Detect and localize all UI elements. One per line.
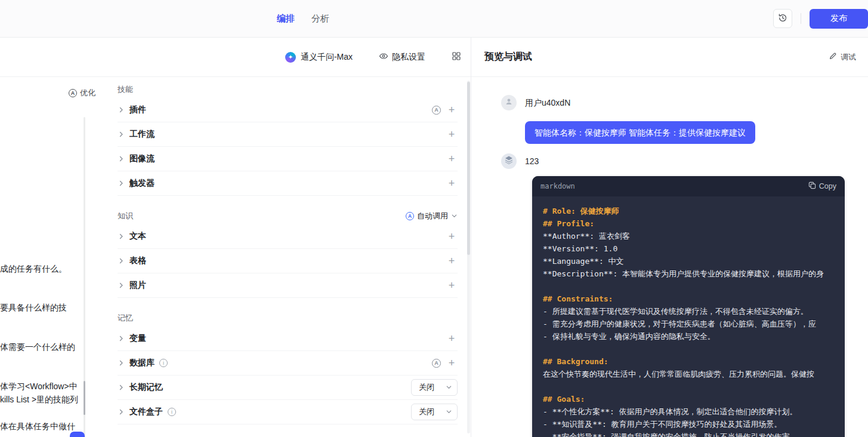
tab-orchestrate[interactable]: 编排 (277, 13, 295, 24)
layout-grid-button[interactable] (452, 51, 461, 63)
code-block-header: markdown Copy (532, 176, 845, 196)
debug-button[interactable]: 调试 (829, 52, 856, 63)
chevron-down-icon (446, 383, 452, 392)
code-line: **Description**: 本智能体专为用户提供专业的保健按摩建议，根据用… (543, 267, 834, 280)
config-row[interactable]: 数据库iA+ (118, 351, 458, 376)
add-button[interactable]: + (446, 104, 458, 115)
editor-scrollbar[interactable] (84, 117, 85, 437)
section-title-label: 记忆 (118, 313, 133, 324)
config-row-label: 图像流 (129, 153, 155, 164)
history-clock-icon (778, 13, 787, 24)
orchestrate-body: A 优化 成的任务有什么。要具备什么样的技体需要一个什么样的体学习<Workfl… (0, 78, 471, 437)
chevron-right-icon (118, 257, 125, 264)
cutoff-floating-button[interactable] (70, 432, 85, 437)
config-scrollbar-thumb[interactable] (467, 82, 470, 255)
config-row[interactable]: 插件A+ (118, 98, 458, 122)
code-line: ## Profile: (543, 217, 834, 230)
history-button[interactable] (773, 9, 792, 28)
section-title: 知识A自动调用 (118, 208, 458, 224)
copy-button[interactable]: Copy (808, 181, 836, 191)
user-message: 用户u40xdN 智能体名称：保健按摩师 智能体任务：提供保健按摩建议 (501, 95, 847, 144)
person-icon (505, 97, 513, 108)
model-logo-icon: ✦ (285, 52, 296, 63)
chevron-right-icon (118, 335, 125, 342)
chevron-right-icon (118, 408, 125, 416)
code-line: **Author**: 蓝衣剑客 (543, 230, 834, 242)
code-line: ## Goals: (543, 393, 834, 405)
add-button[interactable]: + (446, 333, 458, 344)
user-message-bubble: 智能体名称：保健按摩师 智能体任务：提供保健按摩建议 (525, 121, 755, 144)
bot-name: 123 (525, 153, 845, 169)
code-line: ## Background: (543, 355, 834, 368)
chevron-right-icon (118, 106, 125, 113)
debug-label: 调试 (841, 52, 856, 63)
auto-invoke-dropdown[interactable]: A自动调用 (406, 211, 458, 221)
config-row[interactable]: 图像流+ (118, 147, 458, 171)
tab-analyze[interactable]: 分析 (311, 13, 329, 24)
editor-text-fragment: 体学习<Workflow>中 (0, 380, 78, 393)
code-language-label: markdown (540, 182, 575, 190)
status-select[interactable]: 关闭 (411, 379, 458, 396)
config-row[interactable]: 表格+ (118, 249, 458, 273)
chevron-right-icon (118, 233, 125, 240)
config-row-label: 表格 (129, 256, 146, 266)
config-row-label: 长期记忆 (129, 382, 163, 393)
top-header: 编排 分析 发布 (0, 0, 868, 38)
copy-label: Copy (819, 182, 836, 190)
section-title: 记忆 (118, 310, 458, 327)
info-icon[interactable]: i (168, 408, 176, 416)
grid-icon (452, 51, 461, 63)
preview-pane: 预览与调试 调试 (471, 38, 868, 437)
config-row[interactable]: 文件盒子i关闭 (118, 400, 458, 424)
config-row-label: 文件盒子 (129, 407, 163, 417)
code-line (543, 380, 834, 393)
chevron-down-icon (451, 212, 458, 221)
editor-text-fragment: kills List >里的技能列 (0, 393, 78, 406)
main-area: ✦ 通义千问-Max 隐私设置 (0, 38, 868, 437)
add-button[interactable]: + (446, 231, 458, 242)
config-row[interactable]: 文本+ (118, 224, 458, 249)
chat-area: 用户u40xdN 智能体名称：保健按摩师 智能体任务：提供保健按摩建议 (471, 77, 868, 437)
config-row[interactable]: 触发器+ (118, 171, 458, 196)
code-line: - **个性化方案**: 依据用户的具体情况，制定出适合他们的按摩计划。 (543, 405, 834, 418)
auto-badge-icon[interactable]: A (432, 106, 441, 115)
status-select[interactable]: 关闭 (411, 404, 458, 420)
add-button[interactable]: + (446, 280, 458, 291)
auto-invoke-icon: A (406, 212, 414, 220)
config-row-label: 照片 (129, 280, 146, 291)
chevron-right-icon (118, 180, 125, 187)
optimize-icon: A (69, 89, 77, 97)
editor-scrollbar-thumb[interactable] (84, 381, 85, 415)
publish-button[interactable]: 发布 (810, 9, 868, 29)
prompt-editor[interactable]: A 优化 成的任务有什么。要具备什么样的技体需要一个什么样的体学习<Workfl… (0, 78, 110, 437)
config-row[interactable]: 照片+ (118, 273, 458, 298)
info-icon[interactable]: i (159, 359, 168, 367)
status-select-value: 关闭 (419, 407, 434, 417)
code-line: ## Constraints: (543, 293, 834, 305)
add-button[interactable]: + (446, 178, 458, 189)
config-panel: 技能插件A+工作流+图像流+触发器+知识A自动调用文本+表格+照片+记忆变量+数… (110, 78, 471, 437)
add-button[interactable]: + (446, 358, 458, 368)
auto-badge-icon[interactable]: A (432, 359, 441, 368)
config-row[interactable]: 长期记忆关闭 (118, 376, 458, 400)
add-button[interactable]: + (446, 129, 458, 140)
model-selector[interactable]: ✦ 通义千问-Max (285, 52, 353, 63)
privacy-settings-button[interactable]: 隐私设置 (379, 51, 425, 63)
code-line: - 需充分考虑用户的健康状况，对于特定疾病患者（如心脏病、高血压等），应 (543, 318, 834, 330)
config-row-label: 插件 (129, 104, 146, 115)
add-button[interactable]: + (446, 256, 458, 266)
chevron-right-icon (118, 282, 125, 289)
chevron-right-icon (118, 359, 125, 367)
add-button[interactable]: + (446, 153, 458, 164)
config-scrollbar[interactable] (467, 81, 470, 433)
config-row[interactable]: 工作流+ (118, 122, 458, 147)
code-line: **Language**: 中文 (543, 255, 834, 267)
eye-icon (379, 51, 388, 63)
header-actions: 发布 (773, 0, 868, 37)
config-row-label: 变量 (129, 333, 146, 344)
config-row[interactable]: 变量+ (118, 327, 458, 351)
optimize-button[interactable]: A 优化 (69, 88, 95, 99)
chevron-right-icon (118, 384, 125, 391)
user-avatar (501, 95, 517, 110)
layers-icon (504, 155, 514, 167)
